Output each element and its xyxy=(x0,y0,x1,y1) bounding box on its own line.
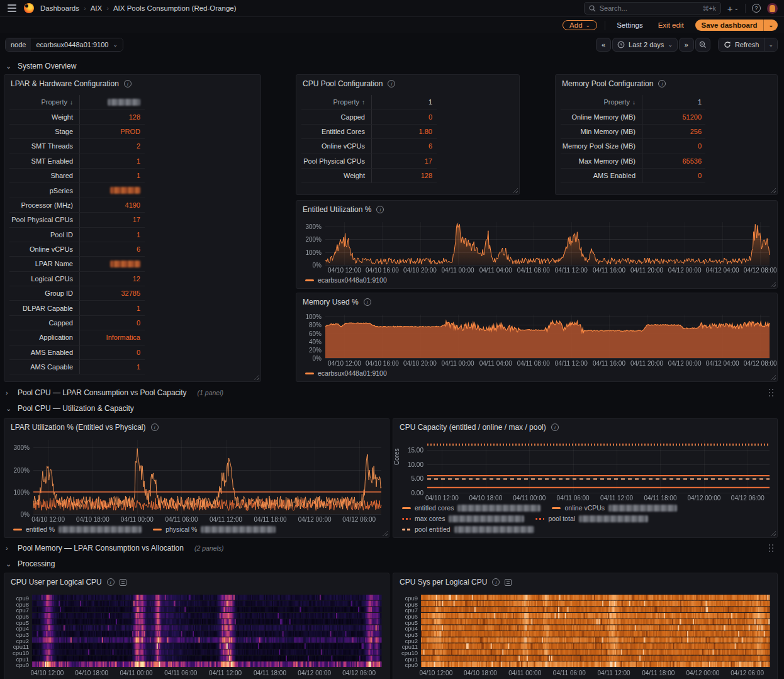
row-title[interactable]: System Overview xyxy=(18,62,76,70)
legend-label[interactable]: max cores xyxy=(415,514,445,524)
search-placeholder: Search... xyxy=(600,4,699,12)
hamburger-menu-button[interactable] xyxy=(6,3,18,13)
info-icon[interactable]: i xyxy=(364,298,371,306)
cpu-user-heatmap[interactable]: 04/10 12:0004/10 18:0004/11 00:0004/11 0… xyxy=(9,592,384,678)
lpar-utilization-chart[interactable]: 0%100%200%300%04/10 12:0004/10 18:0004/1… xyxy=(9,437,384,524)
search-input[interactable]: Search... ⌘+k xyxy=(584,2,721,14)
row-pool-cpu-consumption[interactable]: › Pool CPU — LPAR Consumption vs Pool Ca… xyxy=(0,387,784,398)
legend-item[interactable]: entitled cores xyxy=(402,503,540,513)
row-title[interactable]: Pool Memory — LPAR Consumption vs Alloca… xyxy=(18,544,184,553)
grafana-logo[interactable] xyxy=(24,3,34,13)
panel-title[interactable]: CPU Pool Configurationi xyxy=(296,75,519,93)
legend-item[interactable]: pool total xyxy=(535,514,648,524)
row-title[interactable]: Pool CPU — LPAR Consumption vs Pool Capa… xyxy=(18,388,187,397)
panel-description-icon[interactable] xyxy=(505,579,512,586)
info-icon[interactable]: i xyxy=(124,80,132,87)
table-row: Shared1 xyxy=(9,169,145,183)
time-shift-back-button[interactable]: « xyxy=(596,38,611,52)
panel-title[interactable]: Memory Pool Configurationi xyxy=(556,75,777,93)
y-axis-tick: 0% xyxy=(301,262,322,269)
save-dashboard-caret[interactable]: ⌄ xyxy=(763,20,778,31)
panel-title[interactable]: LPAR & Hardware Configurationi xyxy=(4,75,260,93)
property-column-header[interactable]: Property↓ xyxy=(561,95,642,109)
cpu-capacity-chart[interactable]: 0.005.0010.0015.0004/10 12:0004/10 18:00… xyxy=(398,437,772,503)
legend-item[interactable]: physical % xyxy=(153,525,276,534)
value-column-header[interactable]: 1 xyxy=(642,95,705,109)
info-icon[interactable]: i xyxy=(388,80,395,87)
legend-item[interactable]: max cores xyxy=(402,514,524,524)
info-icon[interactable]: i xyxy=(107,578,115,586)
time-range-picker[interactable]: Last 2 days ⌄ xyxy=(612,38,678,52)
refresh-interval-caret[interactable]: ⌄ xyxy=(764,38,777,51)
value-column-header[interactable]: 1 xyxy=(372,95,436,109)
panel-resize-handle[interactable] xyxy=(512,188,518,193)
legend-swatch xyxy=(305,279,314,281)
settings-button[interactable]: Settings xyxy=(613,21,647,30)
legend-label[interactable]: pool total xyxy=(548,514,575,524)
row-title[interactable]: Pool CPU — Utilization & Capacity xyxy=(18,404,134,413)
legend-item[interactable]: pool entitled xyxy=(402,525,534,534)
panel-resize-handle[interactable] xyxy=(254,374,259,380)
info-icon[interactable]: i xyxy=(376,206,384,213)
legend-label[interactable]: online vCPUs xyxy=(564,503,605,513)
panel-title[interactable]: CPU Sys per Logical CPUi xyxy=(393,573,777,591)
legend-label[interactable]: physical % xyxy=(165,525,197,534)
row-processing[interactable]: ⌄ Processing xyxy=(0,558,784,570)
add-button[interactable]: Add⌄ xyxy=(563,20,597,30)
value-column-header[interactable] xyxy=(80,95,144,109)
info-icon[interactable]: i xyxy=(492,578,500,586)
chart-canvas[interactable] xyxy=(9,592,384,678)
info-icon[interactable]: i xyxy=(658,80,666,87)
panel-title[interactable]: LPAR Utilization % (Entitled vs Physical… xyxy=(4,418,389,436)
save-dashboard-button[interactable]: Save dashboard ⌄ xyxy=(695,20,778,31)
help-button[interactable]: ? xyxy=(752,4,761,13)
property-column-header[interactable]: Property↑ xyxy=(301,95,372,109)
panel-title[interactable]: Entitled Utilization %i xyxy=(296,201,777,218)
legend-label[interactable]: pool entitled xyxy=(415,525,451,534)
panel-resize-handle[interactable] xyxy=(770,188,776,193)
breadcrumb-item-dashboards[interactable]: Dashboards xyxy=(40,4,79,12)
row-pool-memory[interactable]: › Pool Memory — LPAR Consumption vs Allo… xyxy=(0,542,784,554)
panel-title[interactable]: Memory Used %i xyxy=(296,293,777,311)
info-icon[interactable]: i xyxy=(551,424,559,431)
chart-canvas[interactable] xyxy=(398,592,772,678)
exit-edit-button[interactable]: Exit edit xyxy=(654,21,688,30)
info-icon[interactable]: i xyxy=(151,424,159,431)
cpu-sys-heatmap[interactable]: 04/10 12:0004/10 18:0004/11 00:0004/11 0… xyxy=(398,592,772,678)
redacted-value xyxy=(110,187,140,194)
legend-item[interactable]: ecarbsux0448a01:9100 xyxy=(305,369,387,378)
row-title[interactable]: Processing xyxy=(18,559,55,568)
refresh-button[interactable]: Refresh xyxy=(719,38,764,51)
new-create-button[interactable]: +⌄ xyxy=(727,4,739,13)
node-variable-picker[interactable]: node ecarbsux0448a01:9100⌄ xyxy=(5,38,123,52)
legend-label[interactable]: entitled % xyxy=(26,525,55,534)
x-axis-tick: 04/11 00:00 xyxy=(121,516,154,523)
x-axis-tick: 04/12 08:00 xyxy=(744,360,777,367)
entitled-utilization-chart[interactable]: 0%100%200%300%04/10 12:0004/10 16:0004/1… xyxy=(301,220,772,275)
legend-label[interactable]: ecarbsux0448a01:9100 xyxy=(318,276,387,285)
row-pool-cpu-utilization[interactable]: ⌄ Pool CPU — Utilization & Capacity xyxy=(0,403,784,414)
memory-used-chart[interactable]: 0%20%40%60%80%100%04/10 12:0004/10 16:00… xyxy=(301,312,772,368)
panel-description-icon[interactable] xyxy=(120,579,126,586)
property-column-header[interactable]: Property↓ xyxy=(9,95,80,109)
value-cell: 17 xyxy=(80,213,144,227)
breadcrumb-item-aix[interactable]: AIX xyxy=(91,4,103,12)
legend-item[interactable]: online vCPUs xyxy=(552,503,677,513)
user-avatar[interactable] xyxy=(767,3,778,14)
row-drag-handle[interactable] xyxy=(769,389,774,397)
panel-title[interactable]: CPU User per Logical CPUi xyxy=(4,573,389,591)
panel-title[interactable]: CPU Capacity (entitled / online / max / … xyxy=(393,418,777,436)
row-drag-handle[interactable] xyxy=(769,544,774,553)
y-axis-tick: 200% xyxy=(9,466,30,473)
table-row: Logical CPUs12 xyxy=(9,272,145,286)
time-shift-forward-button[interactable]: » xyxy=(679,38,694,52)
zoom-out-button[interactable] xyxy=(695,38,710,52)
chart-canvas[interactable] xyxy=(9,437,384,524)
row-system-overview[interactable]: ⌄ System Overview xyxy=(0,60,784,72)
chart-canvas[interactable] xyxy=(398,437,772,503)
legend-label[interactable]: ecarbsux0448a01:9100 xyxy=(318,369,387,378)
legend-label[interactable]: entitled cores xyxy=(415,503,454,513)
property-cell: Logical CPUs xyxy=(9,272,80,286)
legend-item[interactable]: entitled % xyxy=(13,525,142,534)
legend-item[interactable]: ecarbsux0448a01:9100 xyxy=(305,276,387,285)
